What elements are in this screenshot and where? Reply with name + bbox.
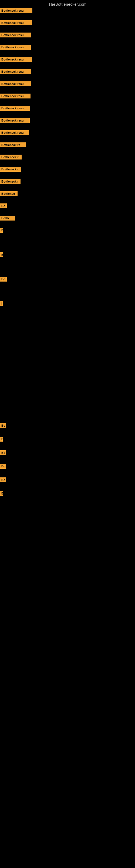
- bar-row-17: Bottle: [0, 216, 15, 220]
- bar-row-1: Bottleneck resu: [0, 20, 32, 25]
- bar-label-5: Bottleneck resu: [0, 69, 31, 74]
- bar-row-18: B: [0, 228, 3, 233]
- bar-row-26: Bo: [0, 477, 6, 482]
- bar-row-3: Bottleneck resu: [0, 45, 31, 50]
- bar-label-22: Bo: [0, 423, 6, 428]
- bar-row-11: Bottleneck re: [0, 143, 26, 147]
- bar-row-21: |: [0, 301, 3, 306]
- bar-label-16: Bo: [0, 204, 7, 208]
- bar-label-10: Bottleneck resu: [0, 130, 29, 135]
- bar-row-5: Bottleneck resu: [0, 69, 31, 74]
- site-title: TheBottlenecker.com: [0, 0, 135, 8]
- bar-label-4: Bottleneck resu: [0, 57, 32, 62]
- bar-row-13: Bottleneck r: [0, 167, 21, 172]
- bar-label-11: Bottleneck re: [0, 143, 26, 147]
- bar-label-2: Bottleneck resu: [0, 33, 31, 37]
- bar-row-23: B: [0, 437, 3, 442]
- bar-label-26: Bo: [0, 477, 6, 482]
- bar-row-4: Bottleneck resu: [0, 57, 32, 62]
- bar-row-12: Bottleneck r: [0, 155, 21, 159]
- bar-row-27: B: [0, 491, 3, 496]
- bar-label-1: Bottleneck resu: [0, 20, 32, 25]
- bar-row-22: Bo: [0, 423, 6, 428]
- bar-label-9: Bottleneck resu: [0, 118, 30, 123]
- bar-label-18: B: [0, 228, 3, 233]
- bar-label-7: Bottleneck resu: [0, 94, 31, 98]
- bar-label-25: Bo: [0, 464, 6, 469]
- bar-row-19: B: [0, 252, 3, 257]
- bar-label-19: B: [0, 252, 3, 257]
- bar-row-24: Bo: [0, 450, 6, 455]
- bar-row-8: Bottleneck resu: [0, 106, 30, 111]
- bar-row-25: Bo: [0, 464, 6, 469]
- bar-row-0: Bottleneck resu: [0, 8, 32, 13]
- bar-row-9: Bottleneck resu: [0, 118, 30, 123]
- bar-row-20: Bo: [0, 277, 7, 282]
- bar-label-17: Bottle: [0, 216, 15, 220]
- bar-label-13: Bottleneck r: [0, 167, 21, 172]
- bar-row-16: Bo: [0, 204, 7, 208]
- bar-row-14: Bottleneck r: [0, 179, 20, 184]
- bar-row-2: Bottleneck resu: [0, 33, 31, 37]
- bar-row-6: Bottleneck resu: [0, 82, 31, 86]
- bar-label-27: B: [0, 491, 3, 496]
- bar-label-14: Bottleneck r: [0, 179, 20, 184]
- bar-label-24: Bo: [0, 450, 6, 455]
- bar-row-7: Bottleneck resu: [0, 94, 31, 98]
- bar-row-10: Bottleneck resu: [0, 130, 29, 135]
- bar-label-15: Bottlenec: [0, 191, 17, 196]
- bar-label-6: Bottleneck resu: [0, 82, 31, 86]
- bar-label-8: Bottleneck resu: [0, 106, 30, 111]
- bar-label-20: Bo: [0, 277, 7, 282]
- bar-label-12: Bottleneck r: [0, 155, 21, 159]
- bar-label-3: Bottleneck resu: [0, 45, 31, 50]
- bar-label-21: |: [0, 301, 3, 306]
- bar-label-0: Bottleneck resu: [0, 8, 32, 13]
- bar-row-15: Bottlenec: [0, 191, 17, 196]
- bar-label-23: B: [0, 437, 3, 442]
